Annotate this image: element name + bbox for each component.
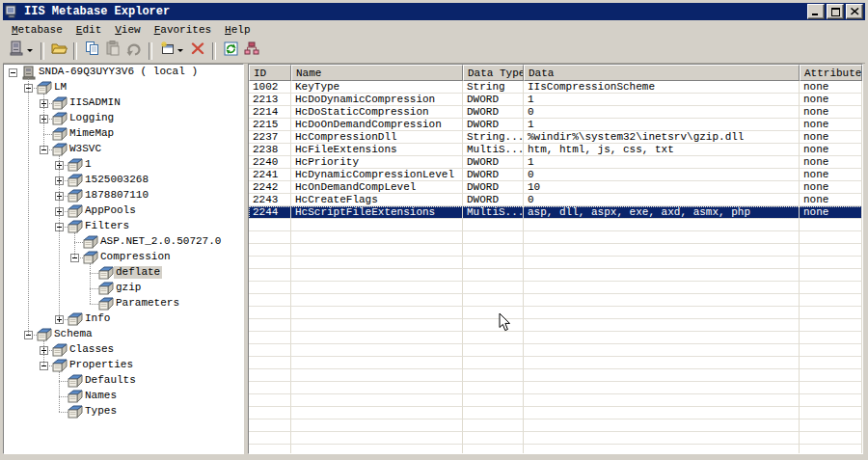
maximize-button[interactable]	[827, 4, 844, 19]
connect-computer-dropdown-arrow[interactable]	[27, 49, 33, 52]
table-row[interactable]: 2242HcOnDemandCompLevelDWORD10none	[249, 181, 862, 194]
menu-metabase[interactable]: Metabase	[5, 22, 69, 38]
table-row-empty	[249, 369, 862, 382]
table-row[interactable]: 2240HcPriorityDWORD1none	[249, 156, 862, 169]
table-row[interactable]: 2214HcDoStaticCompressionDWORD0none	[249, 106, 862, 119]
key-icon	[68, 220, 83, 233]
column-header-data-type[interactable]: Data Type	[463, 65, 524, 81]
cell-name	[291, 407, 463, 419]
tree-item-snda-69q3uyy3v6-local[interactable]: SNDA-69Q3UYY3V6 ( local )	[37, 66, 200, 78]
tree-item-gzip[interactable]: gzip	[114, 282, 143, 294]
hierarchy-view-button[interactable]	[241, 41, 262, 62]
toolbar-separator	[41, 42, 44, 60]
cell-id: 2241	[249, 169, 291, 181]
column-header-attributes[interactable]: Attributes	[800, 65, 862, 81]
refresh-button[interactable]	[220, 41, 241, 62]
table-row-empty	[249, 357, 862, 369]
open-folder-button[interactable]	[48, 41, 69, 62]
tree-item-parameters[interactable]: Parameters	[114, 297, 181, 310]
tree-item-mimemap[interactable]: MimeMap	[68, 127, 116, 140]
cell-id	[249, 394, 291, 407]
tree-item-deflate[interactable]: deflate	[114, 266, 162, 279]
delete-button[interactable]	[187, 41, 208, 62]
tree-guide-line	[90, 273, 98, 274]
cell-data-type	[463, 231, 524, 244]
cell-attributes: none	[800, 194, 862, 206]
cell-name: HcDynamicCompressionLevel	[291, 169, 463, 181]
cell-name: HcCompressionDll	[291, 131, 463, 144]
cell-id: 1002	[249, 81, 291, 94]
table-row[interactable]: 2241HcDynamicCompressionLevelDWORD0none	[249, 169, 862, 181]
table-row[interactable]: 2244HcScriptFileExtensionsMultiS...asp, …	[249, 206, 862, 219]
table-row-empty	[249, 244, 862, 257]
tree-item-lm[interactable]: LM	[52, 81, 68, 94]
tree-item-schema[interactable]: Schema	[52, 328, 95, 340]
cell-id	[249, 231, 291, 244]
toolbar-separator	[149, 42, 152, 60]
cell-data	[524, 445, 800, 454]
tree-item-defaults[interactable]: Defaults	[83, 374, 138, 387]
copy-button[interactable]	[81, 41, 102, 62]
cell-attributes	[800, 369, 862, 382]
tree-item-filters[interactable]: Filters	[83, 220, 131, 232]
cell-id	[249, 282, 291, 294]
key-icon	[68, 312, 83, 326]
table-row[interactable]: 2243HcCreateFlagsDWORD0none	[249, 194, 862, 206]
cell-id: 2237	[249, 131, 291, 144]
table-row[interactable]: 2215HcDoOnDemandCompressionDWORD1none	[249, 119, 862, 131]
column-header-name[interactable]: Name	[291, 65, 463, 81]
minimize-button[interactable]	[807, 4, 825, 19]
mouse-cursor-icon	[499, 312, 511, 337]
connect-computer-button[interactable]	[6, 41, 27, 62]
tree-item-info[interactable]: Info	[83, 312, 112, 325]
cell-id	[249, 445, 291, 454]
cell-attributes	[800, 445, 862, 454]
close-button[interactable]	[846, 4, 863, 19]
new-key-button[interactable]	[156, 41, 177, 62]
tree-item-logging[interactable]: Logging	[68, 112, 116, 124]
key-icon	[68, 204, 83, 218]
table-row-empty	[249, 394, 862, 407]
table-row[interactable]: 2213HcDoDynamicCompressionDWORD1none	[249, 94, 862, 106]
key-icon	[98, 297, 114, 311]
paste-button[interactable]	[102, 41, 123, 62]
cell-name	[291, 332, 463, 344]
tree-item-1878807110[interactable]: 1878807110	[83, 189, 150, 202]
tree-item-properties[interactable]: Properties	[68, 359, 135, 371]
key-icon	[68, 158, 83, 172]
cell-name	[291, 445, 463, 454]
menu-help[interactable]: Help	[218, 22, 257, 38]
cell-data: %windir%\system32\inetsrv\gzip.dll	[524, 131, 800, 144]
cell-attributes: none	[800, 169, 862, 181]
cell-id	[249, 244, 291, 257]
cell-name	[291, 294, 463, 307]
tree-item-1[interactable]: 1	[83, 158, 94, 171]
tree-item-compression[interactable]: Compression	[98, 251, 173, 263]
cell-attributes	[800, 244, 862, 257]
tree-guide-line	[59, 371, 60, 412]
tree-item-types[interactable]: Types	[83, 405, 119, 418]
undo-button[interactable]	[123, 41, 145, 62]
cell-data	[524, 231, 800, 244]
table-row[interactable]: 1002KeyTypeStringIIsCompressionSchemenon…	[249, 81, 862, 94]
column-header-data[interactable]: Data	[524, 65, 800, 81]
table-row[interactable]: 2237HcCompressionDllString...%windir%\sy…	[249, 131, 862, 144]
new-key-dropdown-arrow[interactable]	[177, 49, 183, 52]
menu-favorites[interactable]: Favorites	[148, 22, 218, 38]
column-header-id[interactable]: ID	[249, 65, 291, 81]
cell-data-type: DWORD	[463, 106, 524, 119]
tree-item-1525003268[interactable]: 1525003268	[83, 174, 150, 186]
tree-item-classes[interactable]: Classes	[68, 343, 116, 356]
menu-view[interactable]: View	[108, 22, 147, 38]
tree-expander-minus[interactable]	[9, 68, 17, 77]
table-row[interactable]: 2238HcFileExtensionsMultiS...htm, html, …	[249, 144, 862, 156]
tree-item-names[interactable]: Names	[83, 390, 119, 402]
cell-attributes	[800, 394, 862, 407]
tree-item-apppools[interactable]: AppPools	[83, 204, 138, 217]
key-icon	[68, 374, 83, 388]
tree-item-asp-net-2-0-50727-0[interactable]: ASP.NET_2.0.50727.0	[98, 235, 223, 248]
tree-item-iisadmin[interactable]: IISADMIN	[68, 96, 122, 109]
tree-item-w3svc[interactable]: W3SVC	[68, 143, 103, 155]
menu-edit[interactable]: Edit	[69, 22, 108, 38]
table-row-empty	[249, 432, 862, 445]
